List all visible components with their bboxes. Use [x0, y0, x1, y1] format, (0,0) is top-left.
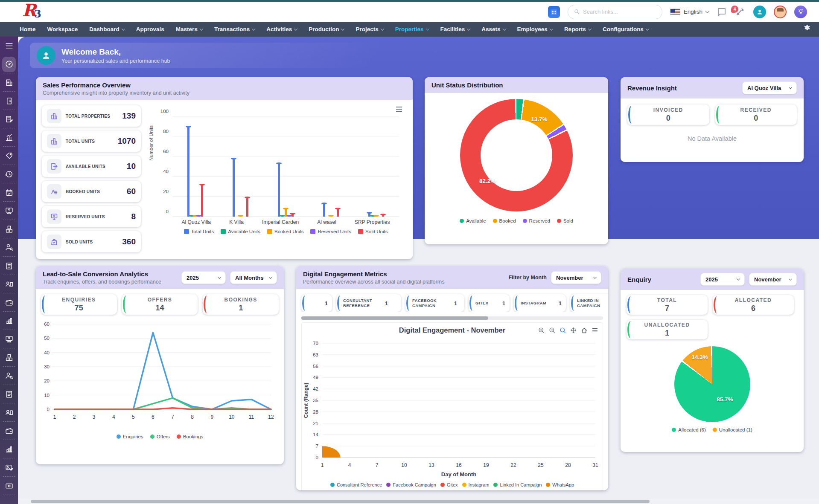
sidebar-item-inventory-2[interactable]	[0, 348, 18, 367]
gauge-icon	[2, 57, 16, 72]
nav-item-label: Configurations	[603, 26, 644, 32]
digital-subtitle: Performance overview across all social a…	[303, 279, 444, 285]
sidebar-item-menu[interactable]	[0, 37, 18, 55]
r3-logo[interactable]: R 3	[22, 3, 52, 21]
support-tools-icon[interactable]: 4	[734, 6, 746, 17]
zoom-out-icon[interactable]	[549, 327, 556, 334]
legend-item-whatsapp: WhatsApp	[546, 482, 574, 487]
lead-title: Lead-to-Sale Conversion Analytics	[43, 270, 161, 278]
chart-menu-icon[interactable]	[396, 106, 402, 114]
nav-item-assets[interactable]: Assets	[481, 26, 505, 32]
sidebar-item-access[interactable]	[0, 238, 18, 257]
legend-label: Linked In Campaign	[500, 482, 542, 487]
bar-cap	[186, 126, 191, 127]
calendar-icon[interactable]	[548, 6, 560, 18]
legend-item-gitex: Gitex	[440, 482, 458, 487]
lead-subtitle: Track enquiries, offers, and bookings pe…	[43, 279, 161, 285]
sidebar-item-crm-2[interactable]	[0, 330, 18, 348]
chat-icon[interactable]	[717, 7, 727, 17]
stat-value: 360	[122, 237, 136, 246]
nav-item-facilities[interactable]: Facilities	[440, 26, 470, 32]
sidebar-item-contacts[interactable]	[0, 275, 18, 293]
sidebar-item-crm[interactable]	[0, 202, 18, 220]
cubes-icon	[2, 350, 16, 365]
tools-badge: 4	[731, 6, 738, 13]
nav-item-masters[interactable]: Masters	[176, 26, 203, 32]
sidebar-item-units[interactable]	[0, 92, 18, 110]
legend-item-unallocated-1: Unallocated (1)	[713, 427, 752, 432]
bar-cap	[231, 158, 236, 159]
sidebar-item-payments[interactable]	[0, 477, 18, 495]
y-tick-label: 80	[163, 129, 169, 134]
menu-icon[interactable]	[592, 327, 598, 334]
chart2-icon	[2, 313, 16, 329]
nav-item-projects[interactable]: Projects	[356, 26, 383, 32]
bar-chart-legend: Total UnitsAvailable UnitsBooked UnitsRe…	[172, 229, 399, 234]
sidebar-item-reports-2[interactable]	[0, 440, 18, 458]
legend-label: Available	[466, 218, 486, 223]
nav-item-home[interactable]: Home	[20, 26, 36, 32]
nav-item-configurations[interactable]: Configurations	[603, 26, 649, 32]
sidebar-item-reports[interactable]	[0, 312, 18, 330]
zoom-in-icon[interactable]	[538, 327, 545, 334]
legend-label: Sold	[563, 218, 573, 223]
chevron-down-icon	[252, 27, 255, 30]
nav-item-workspace[interactable]: Workspace	[47, 26, 78, 32]
sidebar-item-contacts-2[interactable]	[0, 403, 18, 422]
nav-item-production[interactable]: Production	[309, 26, 344, 32]
pill-value: 75	[75, 304, 83, 313]
svg-text:7: 7	[376, 462, 379, 468]
sidebar-item-media[interactable]	[0, 458, 18, 477]
svg-text:2: 2	[73, 414, 76, 420]
lead-month-select[interactable]: All Months	[230, 271, 277, 284]
sidebar-item-inventory[interactable]	[0, 220, 18, 238]
language-selector[interactable]: English	[670, 9, 709, 15]
ideas-avatar[interactable]	[794, 6, 807, 18]
enquiry-month-select[interactable]: November	[749, 273, 797, 286]
selection-zoom-icon[interactable]	[560, 327, 566, 334]
nav-item-label: Workspace	[47, 26, 78, 32]
pill-value: 1	[239, 304, 243, 313]
sidebar-item-access-2[interactable]	[0, 367, 18, 385]
pan-icon[interactable]	[570, 327, 577, 334]
sidebar-item-analytics[interactable]	[0, 128, 18, 147]
page-hscrollbar-thumb[interactable]	[31, 500, 650, 503]
sidebar-item-wallet-2[interactable]	[0, 422, 18, 440]
sidebar-item-schedule[interactable]	[0, 183, 18, 202]
sidebar-item-history[interactable]	[0, 165, 18, 183]
sidebar-item-contracts[interactable]	[0, 110, 18, 128]
nav-item-approvals[interactable]: Approvals	[136, 26, 164, 32]
bar-available-units	[281, 216, 283, 217]
sidebar-item-tags[interactable]	[0, 147, 18, 165]
bar-cap	[328, 215, 334, 217]
sidebar-item-dashboard[interactable]	[0, 55, 18, 73]
nav-item-dashboard[interactable]: Dashboard	[89, 26, 125, 32]
lead-year-select[interactable]: 2025	[181, 271, 226, 284]
support-avatar[interactable]	[774, 6, 787, 18]
pills-scrollbar-thumb[interactable]	[301, 316, 488, 320]
home-icon[interactable]	[581, 327, 588, 334]
welcome-subtitle: Your personalized sales and performance …	[61, 58, 170, 64]
digital-month-select[interactable]: November	[551, 271, 601, 284]
nav-item-reports[interactable]: Reports	[564, 26, 591, 32]
profile-avatar[interactable]	[753, 6, 766, 18]
sidebar-item-wallet[interactable]	[0, 293, 18, 312]
nav-item-transactions[interactable]: Transactions	[214, 26, 255, 32]
sidebar-item-properties[interactable]	[0, 73, 18, 92]
revenue-property-select[interactable]: Al Quoz Villa	[742, 81, 797, 94]
nav-item-properties[interactable]: Properties	[395, 26, 429, 32]
search-box[interactable]	[568, 5, 662, 19]
nav-item-employees[interactable]: Employees	[517, 26, 553, 32]
enquiry-year-select[interactable]: 2025	[700, 273, 745, 286]
search-input[interactable]	[583, 9, 656, 15]
svg-text:63: 63	[313, 352, 318, 357]
sidebar-item-documents-2[interactable]	[0, 385, 18, 403]
legend-item-allocated-6: Allocated (6)	[672, 427, 706, 432]
nav-item-activities[interactable]: Activities	[266, 26, 297, 32]
enquiry-stat-total: TOTAL7	[627, 295, 708, 315]
main-navigation: HomeWorkspaceDashboardApprovalsMastersTr…	[0, 22, 819, 37]
chevron-down-icon	[705, 9, 710, 13]
sidebar-item-documents[interactable]	[0, 257, 18, 275]
legend-label: Reserved	[529, 218, 550, 223]
settings-gear-icon[interactable]	[803, 24, 811, 34]
